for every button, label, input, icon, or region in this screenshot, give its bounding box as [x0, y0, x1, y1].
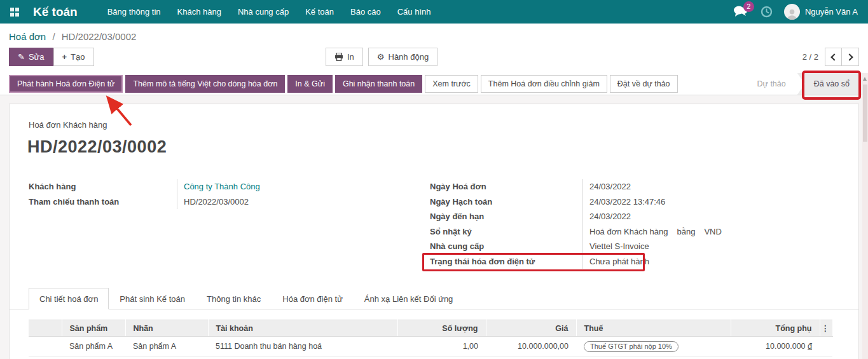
field-group-left: Khách hàng Công ty Thành Công Tham chiếu… — [29, 179, 385, 209]
breadcrumb: Hoá đơn / HD/2022/03/0002 — [9, 31, 859, 42]
cell-product[interactable]: Sản phẩm A — [62, 337, 125, 356]
field-accounting-date: Ngày Hạch toán 24/03/2022 13:47:46 — [430, 194, 824, 210]
col-subtotal[interactable]: Tổng phụ — [731, 320, 820, 337]
pager-count: 2 / 2 — [803, 52, 818, 62]
menu-vendors[interactable]: Nhà cung cấp — [230, 0, 297, 24]
handle-column-header — [29, 320, 62, 337]
field-payment-reference: Tham chiếu thanh toán HD/2022/03/0002 — [29, 194, 385, 210]
messages-count-badge: 2 — [743, 1, 754, 12]
user-menu[interactable]: Nguyễn Văn A — [784, 4, 858, 20]
menu-configuration[interactable]: Cấu hình — [389, 0, 439, 24]
field-due-date: Ngày đến hạn 24/03/2022 — [430, 209, 824, 224]
menu-customers[interactable]: Khách hàng — [169, 0, 230, 24]
messages-icon[interactable]: 2 — [733, 5, 749, 19]
menu-reports[interactable]: Báo cáo — [342, 0, 389, 24]
tab-journal-items[interactable]: Phát sinh Kế toán — [109, 288, 196, 309]
einvoice-provider-value: Viettel S-Invoice — [582, 239, 824, 254]
col-account[interactable]: Tài khoản — [208, 320, 397, 337]
top-navbar: Kế toán Bảng thông tin Khách hàng Nhà cu… — [0, 0, 868, 24]
status-widget: Dự thảo Đã vào sổ — [746, 73, 862, 95]
scrollbar-thumb[interactable] — [863, 85, 867, 142]
main-menu: Bảng thông tin Khách hàng Nhà cung cấp K… — [99, 0, 439, 24]
breadcrumb-invoices-link[interactable]: Hoá đơn — [9, 31, 46, 42]
document-type-label: Hoá đơn Khách hàng — [29, 120, 107, 130]
user-name: Nguyễn Văn A — [805, 7, 858, 17]
cell-subtotal: 10.000.000 đ — [731, 337, 820, 356]
field-label: Tham chiếu thanh toán — [29, 197, 177, 207]
edit-button[interactable]: ✎ Sửa — [9, 48, 53, 66]
field-label: Sổ nhật ký — [430, 227, 582, 236]
statusbar: Phát hành Hoá đơn Điện tử Thêm mô tả tiế… — [0, 73, 862, 95]
field-customer: Khách hàng Công ty Thành Công — [29, 179, 385, 194]
tax-tag[interactable]: Thuế GTGT phải nộp 10% — [584, 341, 679, 352]
invoice-date-value: 24/03/2022 — [582, 179, 824, 194]
scrollbar-up-arrow-icon[interactable] — [863, 77, 867, 81]
pager-previous-button[interactable] — [825, 48, 842, 66]
field-label: Ngày đến hạn — [430, 212, 582, 221]
pencil-icon: ✎ — [18, 52, 25, 62]
field-label: Trạng thái hóa đơn điện tử — [430, 257, 582, 266]
add-vietnamese-description-button[interactable]: Thêm mô tả tiếng Việt cho dòng hóa đơn — [125, 75, 285, 93]
tab-einvoice[interactable]: Hóa đơn điện tử — [272, 288, 354, 309]
table-header-row: Sản phẩm Nhãn Tài khoản Số lượng Giá Thu… — [29, 320, 832, 337]
cell-label[interactable]: Sản phẩm A — [125, 337, 208, 356]
col-price[interactable]: Giá — [486, 320, 576, 337]
gear-icon: ⚙ — [377, 52, 385, 62]
menu-accounting[interactable]: Kế toán — [297, 0, 342, 24]
stage-posted[interactable]: Đã vào sổ — [797, 73, 862, 95]
col-tax[interactable]: Thuế — [576, 320, 731, 337]
customer-link[interactable]: Công ty Thành Công — [184, 182, 260, 191]
plus-icon: + — [62, 52, 67, 62]
print-and-send-button[interactable]: In & Gửi — [287, 75, 333, 93]
col-label[interactable]: Nhãn — [125, 320, 208, 337]
payment-reference-value: HD/2022/03/0002 — [177, 194, 385, 210]
field-journal: Sổ nhật ký Hoá đơn Khách hàng bằng VND — [430, 224, 824, 240]
action-button[interactable]: ⚙ Hành động — [368, 48, 437, 66]
activities-clock-icon[interactable] — [761, 6, 773, 18]
register-payment-button[interactable]: Ghi nhận thanh toán — [335, 75, 422, 93]
printer-icon — [334, 53, 343, 61]
field-label: Khách hàng — [29, 182, 177, 191]
issue-einvoice-button[interactable]: Phát hành Hoá đơn Điện tử — [9, 75, 123, 93]
field-einvoice-status: Trạng thái hóa đơn điện tử Chưa phát hàn… — [430, 254, 824, 269]
field-group-right: Ngày Hoá đơn 24/03/2022 Ngày Hạch toán 2… — [430, 179, 824, 269]
cell-tax: Thuế GTGT phải nộp 10% — [576, 337, 731, 356]
notebook-tabs: Chi tiết hoá đơn Phát sinh Kế toán Thông… — [10, 288, 858, 309]
field-label: Ngày Hoá đơn — [430, 182, 582, 191]
field-invoice-date: Ngày Hoá đơn 24/03/2022 — [430, 179, 824, 194]
field-label: Nhà cung cấp — [430, 241, 582, 251]
chevron-right-icon — [846, 53, 853, 60]
col-quantity[interactable]: Số lượng — [397, 320, 486, 337]
chevron-left-icon — [830, 53, 837, 60]
app-title[interactable]: Kế toán — [33, 5, 78, 19]
vertical-scrollbar[interactable] — [862, 73, 868, 359]
menu-dashboard[interactable]: Bảng thông tin — [99, 0, 169, 24]
pager-next-button[interactable] — [842, 48, 859, 66]
cell-account[interactable]: 5111 Doanh thu bán hàng hoá — [208, 337, 397, 356]
preview-button[interactable]: Xem trước — [425, 75, 478, 93]
journal-currency[interactable]: VND — [704, 227, 721, 236]
create-button[interactable]: + Tạo — [53, 48, 94, 66]
row-handle-cell — [29, 337, 62, 356]
cell-quantity[interactable]: 1,00 — [397, 337, 486, 356]
journal-connector: bằng — [677, 227, 695, 236]
control-panel: Hoá đơn / HD/2022/03/0002 ✎ Sửa + Tạo In… — [0, 24, 868, 73]
form-sheet: Hoá đơn Khách hàng HD/2022/03/0002 Khách… — [9, 104, 859, 359]
breadcrumb-current: HD/2022/03/0002 — [62, 31, 137, 42]
tab-invoice-lines[interactable]: Chi tiết hoá đơn — [29, 288, 109, 309]
tab-counterpart-mapping[interactable]: Ánh xạ Liên kết Đối ứng — [354, 288, 464, 309]
control-panel-buttons: ✎ Sửa + Tạo In ⚙ Hành động 2 / 2 — [9, 48, 859, 66]
add-credit-note-button[interactable]: Thêm Hoá đơn điều chỉnh giảm — [481, 75, 607, 93]
reset-to-draft-button[interactable]: Đặt về dự thảo — [610, 75, 678, 93]
journal-value[interactable]: Hoá đơn Khách hàng — [589, 227, 668, 236]
optional-columns-icon[interactable]: ⋮ — [820, 320, 832, 337]
print-button[interactable]: In — [326, 48, 363, 66]
apps-menu-icon[interactable] — [10, 8, 19, 17]
stage-draft[interactable]: Dự thảo — [746, 73, 797, 95]
pager: 2 / 2 — [803, 48, 859, 66]
table-row[interactable]: Sản phẩm A Sản phẩm A 5111 Doanh thu bán… — [29, 337, 832, 356]
tab-other-info[interactable]: Thông tin khác — [196, 288, 272, 309]
user-avatar — [784, 4, 800, 20]
cell-price[interactable]: 10.000.000,00 — [486, 337, 576, 356]
col-product[interactable]: Sản phẩm — [62, 320, 125, 337]
